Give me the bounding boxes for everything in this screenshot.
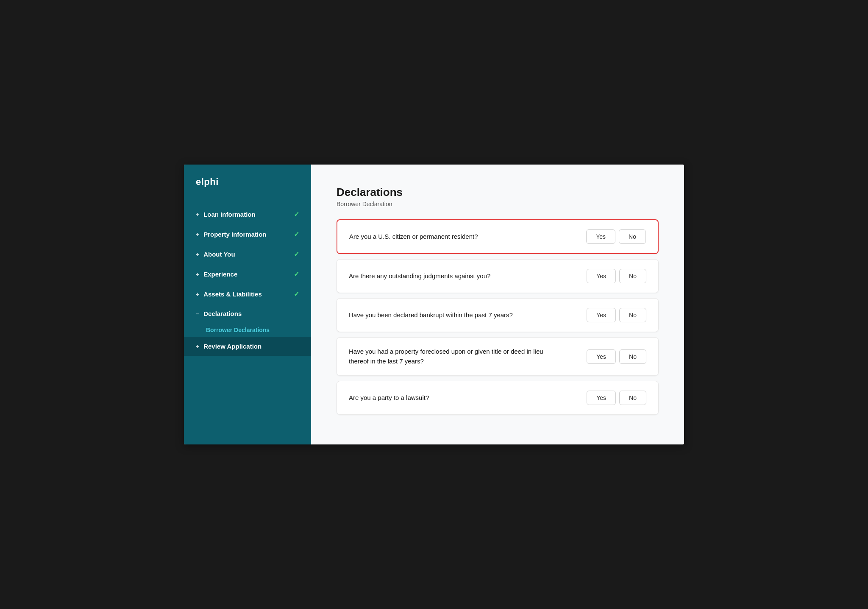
check-icon: ✓ [294,210,299,218]
sidebar-item-borrower-declarations[interactable]: Borrower Declarations [184,323,311,337]
sidebar-item-property-information[interactable]: + Property Information ✓ [184,224,311,244]
sidebar-item-label: Experience [203,271,237,278]
no-button-declared-bankrupt[interactable]: No [619,308,646,322]
yes-button-outstanding-judgments[interactable]: Yes [587,269,616,283]
sidebar-item-declarations[interactable]: − Declarations [184,304,311,323]
no-button-party-lawsuit[interactable]: No [619,391,646,405]
yes-button-party-lawsuit[interactable]: Yes [587,391,616,405]
question-text: Are there any outstanding judgments agai… [349,271,490,281]
sidebar-item-label: Assets & Liabilities [203,291,262,298]
yes-button-us-citizen[interactable]: Yes [586,229,615,244]
sidebar-item-about-you[interactable]: + About You ✓ [184,244,311,264]
yes-button-declared-bankrupt[interactable]: Yes [587,308,616,322]
answer-buttons: Yes No [587,349,646,364]
page-title: Declarations [337,186,659,199]
sidebar-nav: + Loan Information ✓ + Property Informat… [184,204,311,444]
main-content: Declarations Borrower Declaration Are yo… [311,165,684,444]
question-text: Are you a party to a lawsuit? [349,393,429,403]
no-button-property-foreclosed[interactable]: No [619,349,646,364]
declarations-section: − Declarations Borrower Declarations [184,304,311,337]
answer-buttons: Yes No [587,308,646,322]
question-card-party-lawsuit: Are you a party to a lawsuit? Yes No [337,381,659,415]
question-text: Have you had a property foreclosed upon … [349,347,552,366]
no-button-us-citizen[interactable]: No [619,229,646,244]
review-application-label: Review Application [203,343,262,350]
sidebar-item-experience[interactable]: + Experience ✓ [184,264,311,284]
answer-buttons: Yes No [587,269,646,283]
question-card-declared-bankrupt: Have you been declared bankrupt within t… [337,298,659,332]
plus-icon: + [196,231,199,238]
no-button-outstanding-judgments[interactable]: No [619,269,646,283]
yes-button-property-foreclosed[interactable]: Yes [587,349,616,364]
sidebar-item-loan-information[interactable]: + Loan Information ✓ [184,204,311,224]
check-icon: ✓ [294,250,299,258]
plus-icon: + [196,211,199,218]
sidebar: elphi + Loan Information ✓ + Property In… [184,165,311,444]
plus-icon: + [196,343,199,350]
question-text: Have you been declared bankrupt within t… [349,310,513,320]
sidebar-item-label: Property Information [203,231,266,238]
question-card-outstanding-judgments: Are there any outstanding judgments agai… [337,259,659,293]
question-card-property-foreclosed: Have you had a property foreclosed upon … [337,337,659,376]
check-icon: ✓ [294,270,299,278]
answer-buttons: Yes No [587,391,646,405]
declarations-label: Declarations [203,310,242,317]
check-icon: ✓ [294,290,299,298]
plus-icon: + [196,271,199,278]
borrower-declarations-label: Borrower Declarations [206,327,270,333]
sidebar-item-assets-liabilities[interactable]: + Assets & Liabilities ✓ [184,284,311,304]
plus-icon: + [196,251,199,258]
minus-icon: − [196,310,199,317]
question-text: Are you a U.S. citizen or permanent resi… [349,232,478,242]
answer-buttons: Yes No [586,229,646,244]
app-window: elphi + Loan Information ✓ + Property In… [184,165,684,444]
sidebar-item-review-application[interactable]: + Review Application [184,337,311,356]
sidebar-item-label: About You [203,251,235,258]
plus-icon: + [196,291,199,298]
brand-logo: elphi [184,165,311,204]
check-icon: ✓ [294,230,299,238]
sidebar-item-label: Loan Information [203,211,256,218]
question-card-us-citizen: Are you a U.S. citizen or permanent resi… [337,219,659,254]
page-subtitle: Borrower Declaration [337,201,659,207]
